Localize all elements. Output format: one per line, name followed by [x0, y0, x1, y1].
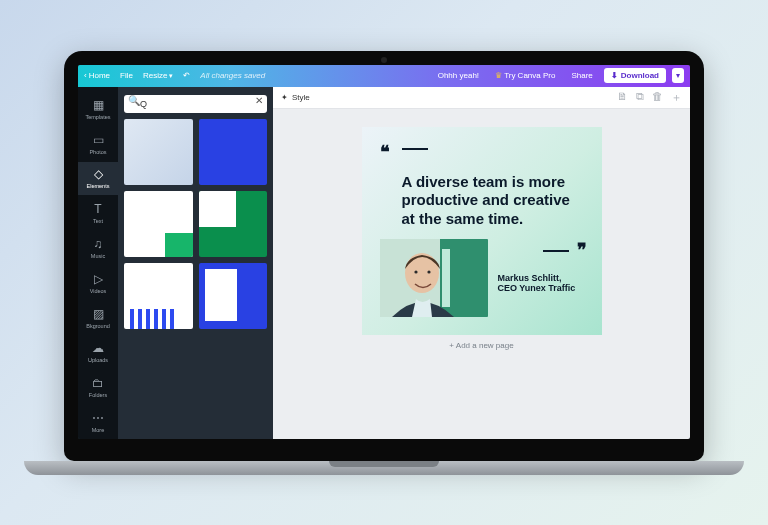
- element-thumb[interactable]: [124, 263, 193, 329]
- rail-label: Music: [91, 253, 105, 259]
- rail-item-videos[interactable]: ▷Videos: [78, 266, 118, 299]
- rail-label: Bkground: [86, 323, 110, 329]
- rail-item-templates[interactable]: ▦Templates: [78, 93, 118, 126]
- photos-icon: ▭: [93, 133, 104, 147]
- videos-icon: ▷: [94, 272, 103, 286]
- attr-title: CEO Yunex Traffic: [498, 283, 584, 293]
- design-canvas[interactable]: ❝ A diverse team is more productive and …: [362, 127, 602, 335]
- canvas-area: Style 🗎 ⧉ 🗑 ＋ ❝ A: [273, 87, 690, 439]
- search-wrapper: 🔍 ✕: [124, 93, 267, 113]
- download-options-button[interactable]: ▾: [672, 68, 684, 83]
- svg-point-4: [414, 270, 417, 273]
- search-input[interactable]: [124, 95, 267, 113]
- elements-grid: [124, 119, 267, 329]
- download-icon: [611, 71, 618, 80]
- rail-label: Text: [93, 218, 103, 224]
- context-bar: Style 🗎 ⧉ 🗑 ＋: [273, 87, 690, 109]
- text-icon: T: [94, 202, 101, 216]
- crown-icon: ♛: [495, 71, 502, 80]
- delete-page-icon[interactable]: 🗑: [652, 90, 663, 105]
- rail-label: Folders: [89, 392, 107, 398]
- quote-open-icon: ❝: [380, 141, 387, 163]
- style-button[interactable]: Style: [281, 93, 310, 102]
- decorative-line: [402, 148, 428, 150]
- download-button[interactable]: Download: [604, 68, 666, 83]
- templates-icon: ▦: [93, 98, 104, 112]
- resize-menu[interactable]: Resize: [143, 71, 173, 80]
- decorative-line: [543, 250, 569, 252]
- elements-icon: ◇: [94, 167, 103, 181]
- music-icon: ♫: [94, 237, 103, 251]
- more-icon: ⋯: [92, 411, 104, 425]
- save-status: All changes saved: [200, 71, 265, 80]
- undo-button[interactable]: [183, 71, 190, 80]
- quote-close-icon: ❞: [498, 239, 584, 261]
- laptop-base: [24, 461, 744, 475]
- side-rail: ▦Templates▭Photos◇ElementsTText♫Music▷Vi…: [78, 87, 118, 439]
- add-page-icon[interactable]: ＋: [671, 90, 682, 105]
- search-icon: 🔍: [128, 95, 140, 106]
- add-new-page-button[interactable]: + Add a new page: [449, 341, 513, 350]
- rail-label: Templates: [85, 114, 110, 120]
- rail-label: Photos: [89, 149, 106, 155]
- rail-item-uploads[interactable]: ☁Uploads: [78, 336, 118, 369]
- attr-name: Markus Schlitt,: [498, 273, 584, 283]
- rail-item-text[interactable]: TText: [78, 197, 118, 230]
- element-thumb[interactable]: [124, 191, 193, 257]
- clear-search-button[interactable]: ✕: [255, 95, 263, 106]
- portrait-image[interactable]: [380, 239, 488, 317]
- rail-label: Uploads: [88, 357, 108, 363]
- element-thumb[interactable]: [199, 119, 268, 185]
- rail-label: Elements: [87, 183, 110, 189]
- rail-item-photos[interactable]: ▭Photos: [78, 127, 118, 160]
- quote-text[interactable]: A diverse team is more productive and cr…: [402, 173, 576, 229]
- notes-icon[interactable]: 🗎: [617, 90, 628, 105]
- try-pro-button[interactable]: ♛ Try Canva Pro: [490, 68, 560, 83]
- stage[interactable]: ❝ A diverse team is more productive and …: [273, 109, 690, 439]
- background-icon: ▨: [93, 307, 104, 321]
- element-thumb[interactable]: [199, 191, 268, 257]
- rail-label: More: [92, 427, 105, 433]
- rail-item-elements[interactable]: ◇Elements: [78, 162, 118, 195]
- element-thumb[interactable]: [199, 263, 268, 329]
- attribution[interactable]: Markus Schlitt, CEO Yunex Traffic: [498, 273, 584, 293]
- uploads-icon: ☁: [92, 341, 104, 355]
- svg-rect-2: [442, 249, 450, 307]
- home-link[interactable]: Home: [84, 71, 110, 80]
- share-button[interactable]: Share: [566, 68, 597, 83]
- svg-point-5: [427, 270, 430, 273]
- duplicate-page-icon[interactable]: ⧉: [636, 90, 644, 105]
- rail-item-folders[interactable]: 🗀Folders: [78, 371, 118, 404]
- rail-item-more[interactable]: ⋯More: [78, 406, 118, 439]
- top-bar: Home File Resize All changes saved Ohhh …: [78, 65, 690, 87]
- folders-icon: 🗀: [92, 376, 104, 390]
- element-thumb[interactable]: [124, 119, 193, 185]
- camera-dot: [381, 57, 387, 63]
- file-menu[interactable]: File: [120, 71, 133, 80]
- rail-label: Videos: [90, 288, 107, 294]
- rail-item-music[interactable]: ♫Music: [78, 232, 118, 265]
- app-screen: Home File Resize All changes saved Ohhh …: [78, 65, 690, 439]
- elements-panel: 🔍 ✕: [118, 87, 273, 439]
- ohhh-yeah-label: Ohhh yeah!: [433, 68, 484, 83]
- rail-item-background[interactable]: ▨Bkground: [78, 301, 118, 334]
